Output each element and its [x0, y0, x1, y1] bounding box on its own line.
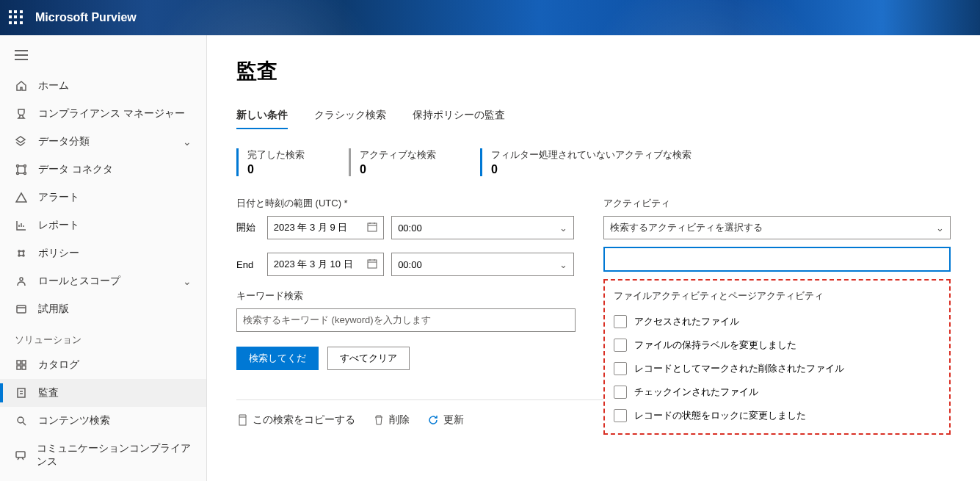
calendar-icon [367, 258, 377, 271]
sidebar-item-data-connectors[interactable]: データ コネクタ [0, 156, 206, 184]
sidebar-item-data-classification[interactable]: データ分類 ⌄ [0, 128, 206, 156]
svg-rect-15 [17, 366, 21, 369]
svg-rect-22 [239, 417, 246, 425]
delete-button[interactable]: 削除 [373, 413, 410, 427]
alert-icon [15, 191, 28, 204]
refresh-label: 更新 [443, 413, 464, 427]
svg-rect-20 [368, 223, 377, 231]
stat-label: フィルター処理されていないアクティブな検索 [491, 148, 692, 162]
svg-rect-17 [18, 388, 25, 397]
tag-icon [15, 135, 28, 148]
app-header: Microsoft Purview [0, 0, 980, 35]
chevron-down-icon: ⌄ [183, 275, 192, 287]
end-label: End [236, 259, 260, 270]
stat-value: 0 [360, 163, 436, 176]
activity-option[interactable]: レコードとしてマークされた削除されたファイル [614, 357, 943, 380]
search-icon [15, 414, 28, 427]
activity-option[interactable]: ファイルの保持ラベルを変更しました [614, 333, 943, 357]
start-time-input[interactable]: 00:00 ⌄ [391, 216, 574, 239]
refresh-button[interactable]: 更新 [427, 413, 464, 427]
roles-icon [15, 275, 28, 288]
svg-point-9 [18, 255, 20, 256]
sidebar-item-roles[interactable]: ロールとスコープ ⌄ [0, 267, 206, 295]
trial-icon [15, 303, 28, 316]
search-button[interactable]: 検索してくだ [236, 347, 319, 370]
sidebar-item-communication-compliance[interactable]: コミュニケーションコンプライアンス [0, 435, 206, 476]
end-time-input[interactable]: 00:00 ⌄ [391, 253, 574, 276]
sidebar-item-reports[interactable]: レポート [0, 211, 206, 239]
end-date-input[interactable]: 2023 年 3 月 10 日 [267, 253, 384, 276]
sidebar-item-label: 監査 [38, 386, 59, 399]
svg-rect-13 [17, 361, 21, 364]
tab-new-search[interactable]: 新しい条件 [236, 103, 288, 128]
connector-icon [15, 163, 28, 176]
end-date-value: 2023 年 3 月 10 日 [274, 258, 353, 271]
sidebar-item-label: ロールとスコープ [38, 275, 120, 288]
keyword-input[interactable]: 検索するキーワード (keyword)を入力します [236, 308, 576, 332]
hamburger-menu-icon[interactable] [0, 41, 206, 72]
sidebar-item-compliance-manager[interactable]: コンプライアンス マネージャー [0, 100, 206, 128]
start-date-input[interactable]: 2023 年 3 月 9 日 [267, 216, 384, 239]
sidebar-item-label: カタログ [38, 358, 79, 372]
sidebar-item-label: ホーム [38, 79, 69, 93]
product-title: Microsoft Purview [35, 11, 137, 24]
svg-point-11 [20, 278, 23, 281]
activity-label: アクティビティ [603, 197, 951, 210]
checkbox-icon[interactable] [614, 362, 627, 375]
trash-icon [373, 414, 385, 426]
checkbox-icon[interactable] [614, 386, 627, 399]
tab-retention-audit[interactable]: 保持ポリシーの監査 [413, 103, 505, 128]
sidebar-item-catalog[interactable]: カタログ [0, 351, 206, 379]
svg-rect-12 [17, 305, 26, 313]
svg-rect-19 [16, 452, 25, 458]
checkbox-icon[interactable] [614, 315, 627, 328]
app-launcher-icon[interactable] [9, 10, 23, 25]
tabs: 新しい条件 クラシック検索 保持ポリシーの監査 [236, 103, 951, 128]
svg-point-10 [23, 255, 24, 256]
activity-option[interactable]: レコードの状態をロックに変更しました [614, 404, 943, 427]
end-time-value: 00:00 [398, 259, 422, 270]
copy-icon [236, 414, 248, 426]
activity-search-input[interactable] [611, 254, 943, 265]
activity-value: 検索するアクティビティを選択する [610, 221, 763, 234]
chevron-down-icon: ⌄ [936, 223, 944, 234]
activity-option[interactable]: アクセスされたファイル [614, 310, 943, 333]
sidebar-item-label: アラート [38, 191, 79, 204]
sidebar-section-label: ソリューション [0, 323, 206, 351]
sidebar-item-policy[interactable]: ポリシー [0, 239, 206, 267]
clear-all-button[interactable]: すべてクリア [327, 347, 410, 370]
option-label: アクセスされたファイル [634, 315, 739, 328]
stat-value: 0 [491, 163, 692, 176]
dropdown-options-list[interactable]: アクセスされたファイル ファイルの保持ラベルを変更しました レコードとしてマーク… [614, 310, 946, 427]
svg-rect-21 [368, 260, 377, 268]
sidebar-item-label: データ分類 [38, 135, 90, 148]
svg-point-8 [23, 250, 24, 252]
policy-icon [15, 247, 28, 260]
sidebar-item-audit[interactable]: 監査 [0, 379, 206, 407]
sidebar-item-home[interactable]: ホーム [0, 72, 206, 100]
activity-search-box[interactable] [603, 247, 951, 272]
stat-unfiltered: フィルター処理されていないアクティブな検索 0 [480, 148, 692, 176]
option-label: チェックインされたファイル [634, 386, 758, 399]
checkbox-icon[interactable] [614, 339, 627, 352]
sidebar-item-alerts[interactable]: アラート [0, 184, 206, 211]
trophy-icon [15, 107, 28, 120]
stat-label: 完了した検索 [247, 148, 305, 162]
start-date-value: 2023 年 3 月 9 日 [274, 221, 347, 234]
stat-label: アクティブな検索 [360, 148, 436, 162]
sidebar-item-content-search[interactable]: コンテンツ検索 [0, 407, 206, 435]
date-range-label: 日付と時刻の範囲 (UTC) * [236, 197, 574, 210]
audit-icon [15, 386, 28, 399]
sidebar: ホーム コンプライアンス マネージャー データ分類 ⌄ データ コネクタ アラー… [0, 35, 207, 481]
checkbox-icon[interactable] [614, 409, 627, 422]
sidebar-item-label: 試用版 [38, 303, 69, 316]
sidebar-item-trial[interactable]: 試用版 [0, 295, 206, 323]
tab-classic-search[interactable]: クラシック検索 [314, 103, 386, 128]
divider [236, 399, 618, 400]
sidebar-item-label: ポリシー [38, 247, 79, 260]
communication-icon [15, 449, 26, 462]
copy-search-button[interactable]: この検索をコピーする [236, 413, 355, 427]
chevron-down-icon: ⌄ [559, 259, 567, 270]
activity-option[interactable]: チェックインされたファイル [614, 380, 943, 404]
activity-select[interactable]: 検索するアクティビティを選択する ⌄ [603, 216, 951, 239]
